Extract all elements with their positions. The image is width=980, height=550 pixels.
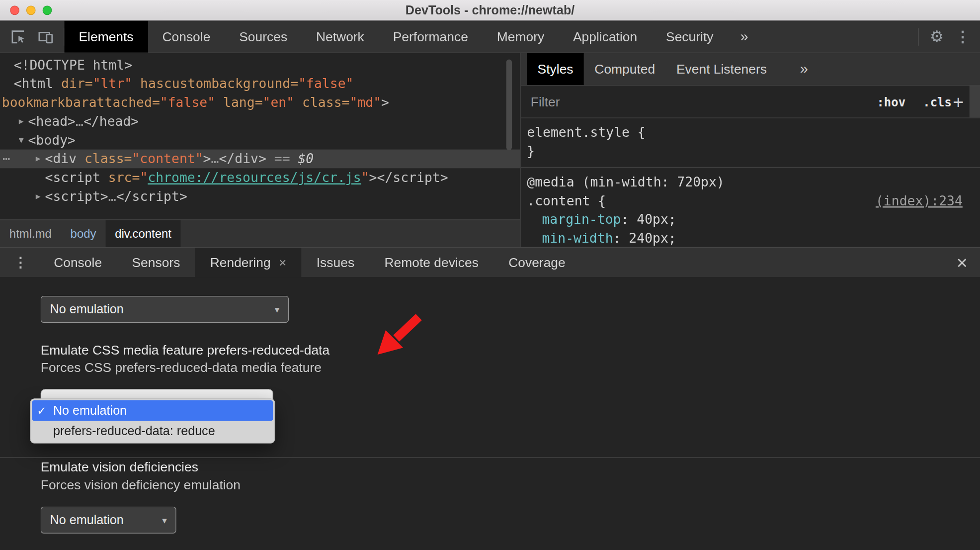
dropdown-option-label: No emulation	[53, 403, 127, 418]
rendering-panel: No emulation ▾ Emulate CSS media feature…	[0, 277, 980, 550]
devtools-toolbar: ElementsConsoleSourcesNetworkPerformance…	[0, 21, 980, 53]
disclosure-triangle-icon[interactable]: ▶	[36, 150, 45, 169]
drawer-tab-coverage[interactable]: Coverage	[493, 248, 580, 277]
css-rule-line[interactable]: }	[521, 142, 980, 161]
elements-code-line[interactable]: ▼<body>	[0, 131, 520, 150]
inspect-element-icon[interactable]	[10, 28, 26, 45]
section-divider	[0, 457, 980, 458]
more-sidebar-tabs-button[interactable]: »	[791, 53, 817, 85]
tab-sources[interactable]: Sources	[225, 21, 302, 53]
settings-gear-icon[interactable]: ⚙	[930, 29, 944, 44]
sidebar-tab-event-listeners[interactable]: Event Listeners	[666, 53, 778, 85]
css-rule-line[interactable]: margin-top: 40px;	[521, 210, 980, 229]
drawer-menu-icon[interactable]: ⋮	[0, 248, 39, 277]
device-toolbar-icon[interactable]	[37, 28, 54, 45]
toggle-element-state-button[interactable]: :hov	[877, 95, 905, 109]
prefers-reduced-data-title: Emulate CSS media feature prefers-reduce…	[41, 343, 329, 358]
drawer-tab-remote-devices[interactable]: Remote devices	[369, 248, 493, 277]
resource-link[interactable]: chrome://resources/js/cr.js	[148, 170, 361, 185]
tab-network[interactable]: Network	[302, 21, 379, 53]
sidebar-tab-styles[interactable]: Styles	[527, 53, 584, 85]
tab-performance[interactable]: Performance	[379, 21, 483, 53]
elements-code-line[interactable]: ▶<script>…</script>	[0, 187, 520, 206]
traffic-light-minimize[interactable]	[26, 5, 36, 15]
elements-scrollbar[interactable]	[506, 59, 512, 150]
drawer-tab-rendering[interactable]: Rendering×	[195, 248, 302, 277]
sidebar-tab-computed[interactable]: Computed	[584, 53, 666, 85]
element-classes-button[interactable]: .cls	[923, 95, 952, 109]
titlebar: DevTools - chrome://newtab/	[0, 0, 980, 21]
breadcrumb: html.mdbodydiv.content	[0, 219, 520, 247]
disclosure-triangle-icon[interactable]: ▶	[36, 187, 45, 206]
breadcrumb-item[interactable]: html.md	[0, 220, 61, 247]
vision-deficiencies-desc: Forces vision deficiency emulation	[41, 477, 241, 492]
style-rule-section: element.style {}	[521, 122, 980, 166]
sidebar-tabs: StylesComputedEvent Listeners »	[521, 53, 980, 86]
elements-code-line[interactable]: ⋯▶<div class="content">…</div> == $0	[0, 150, 520, 169]
elements-code-line[interactable]: ▶<head>…</head>	[0, 112, 520, 131]
dropdown-option-label: prefers-reduced-data: reduce	[53, 424, 215, 439]
drawer-tab-sensors[interactable]: Sensors	[117, 248, 195, 277]
tab-console[interactable]: Console	[148, 21, 225, 53]
emulate-media-select[interactable]: No emulation ▾	[41, 296, 289, 323]
select-dropdown-menu: ✓No emulationprefers-reduced-data: reduc…	[30, 398, 275, 444]
dom-tree: <!DOCTYPE html><html dir="ltr" hascustom…	[0, 53, 520, 206]
devtools-window: DevTools - chrome://newtab/ ElementsCons…	[0, 0, 980, 550]
devtools-menu-icon[interactable]: ⋮	[955, 29, 970, 44]
styles-sidebar: StylesComputedEvent Listeners » :hov .cl…	[521, 53, 980, 247]
styles-scrollbar[interactable]	[970, 86, 980, 117]
annotation-arrow-icon	[373, 313, 425, 361]
style-rule-section: @media (min-width: 720px).content {(inde…	[521, 167, 980, 247]
window-title: DevTools - chrome://newtab/	[406, 3, 575, 17]
css-rule-line[interactable]: .content {(index):234	[521, 191, 980, 210]
drawer-tab-console[interactable]: Console	[39, 248, 117, 277]
close-tab-icon[interactable]: ×	[279, 255, 286, 270]
css-rules: element.style {}@media (min-width: 720px…	[521, 118, 980, 247]
css-rule-line[interactable]: @media (min-width: 720px)	[521, 173, 980, 191]
css-rule-line[interactable]: min-width: 240px;	[521, 229, 980, 247]
prefers-reduced-data-desc: Forces CSS prefers-reduced-data media fe…	[41, 360, 322, 375]
drawer-tab-issues[interactable]: Issues	[302, 248, 370, 277]
disclosure-triangle-icon[interactable]: ▶	[19, 112, 28, 131]
styles-filter-row: :hov .cls +	[521, 86, 980, 118]
node-options-icon[interactable]: ⋯	[2, 150, 10, 169]
elements-panel: <!DOCTYPE html><html dir="ltr" hascustom…	[0, 53, 521, 247]
dropdown-option[interactable]: ✓No emulation	[32, 400, 273, 421]
elements-code-line[interactable]: bookmarkbarattached="false" lang="en" cl…	[0, 93, 520, 112]
css-rule-line[interactable]: element.style {	[521, 123, 980, 142]
breadcrumb-item[interactable]: body	[61, 220, 106, 247]
elements-code-line[interactable]: <script src="chrome://resources/js/cr.js…	[0, 168, 520, 187]
disclosure-triangle-icon[interactable]: ▼	[19, 131, 28, 150]
tab-elements[interactable]: Elements	[65, 21, 148, 53]
more-panels-button[interactable]: »	[728, 21, 760, 53]
traffic-light-zoom[interactable]	[43, 5, 52, 15]
styles-filter-input[interactable]	[529, 93, 877, 110]
elements-code-line[interactable]: <!DOCTYPE html>	[0, 56, 520, 75]
toolbar-divider	[918, 28, 918, 45]
traffic-light-close[interactable]	[10, 5, 19, 15]
chevron-down-icon: ▾	[275, 304, 279, 315]
breadcrumb-item[interactable]: div.content	[105, 220, 181, 247]
panel-tabs: ElementsConsoleSourcesNetworkPerformance…	[65, 21, 728, 53]
traffic-lights	[10, 0, 52, 20]
new-style-rule-button[interactable]: +	[953, 92, 964, 111]
dropdown-option[interactable]: prefers-reduced-data: reduce	[32, 421, 273, 442]
elements-code-line[interactable]: <html dir="ltr" hascustombackground="fal…	[0, 75, 520, 93]
chevron-down-icon: ▾	[162, 514, 166, 526]
tab-security[interactable]: Security	[652, 21, 728, 53]
close-drawer-button[interactable]: ×	[944, 248, 980, 277]
vision-deficiency-select[interactable]: No emulation ▾	[41, 507, 176, 534]
checkmark-icon: ✓	[37, 404, 53, 418]
tab-application[interactable]: Application	[559, 21, 652, 53]
drawer-tabbar: ⋮ ConsoleSensorsRendering×IssuesRemote d…	[0, 247, 980, 277]
tab-memory[interactable]: Memory	[483, 21, 559, 53]
vision-deficiencies-title: Emulate vision deficiencies	[41, 459, 198, 474]
stylesheet-source-link[interactable]: (index):234	[876, 191, 963, 210]
